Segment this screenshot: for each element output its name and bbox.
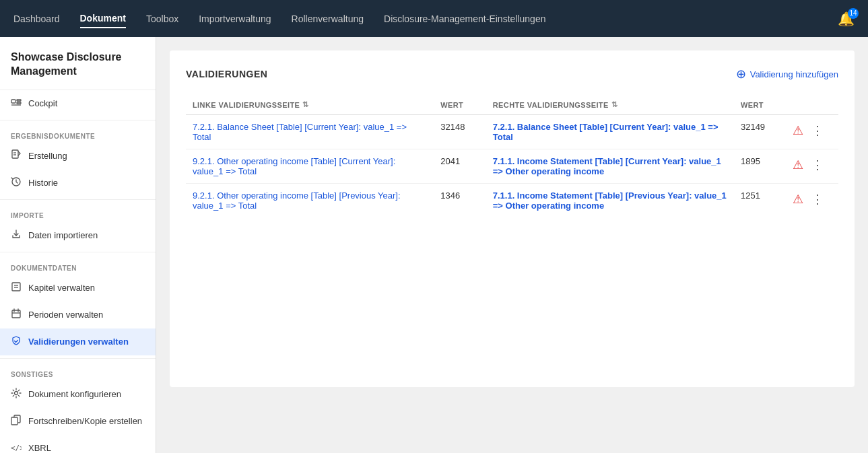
- col-header-wert-right: Wert: [734, 95, 787, 115]
- svg-point-16: [15, 391, 18, 394]
- shield-icon: [11, 335, 22, 349]
- svg-rect-9: [12, 283, 20, 291]
- nav-item-rollenverwaltung[interactable]: Rollenverwaltung: [292, 10, 364, 28]
- sidebar-item-dokument-konfigurieren[interactable]: Dokument konfigurieren: [0, 381, 156, 408]
- left-side-cell: 9.2.1. Other operating income [Table] [C…: [186, 149, 434, 184]
- add-circle-icon: ⊕: [736, 67, 746, 81]
- col-sort-left[interactable]: Linke Validierungsseite ⇅: [193, 100, 309, 109]
- left-side-link[interactable]: 9.2.1. Other operating income [Table] [P…: [193, 190, 401, 211]
- nav-item-dokument[interactable]: Dokument: [80, 9, 126, 28]
- left-side-cell: 9.2.1. Other operating income [Table] [P…: [186, 184, 434, 218]
- gear-icon: [11, 388, 22, 401]
- more-actions-button[interactable]: ⋮: [809, 122, 826, 139]
- section-label-ergebnisdokumente: Ergebnisdokumente: [0, 123, 156, 143]
- add-validierung-button[interactable]: ⊕ Validierung hinzufügen: [736, 67, 838, 81]
- actions-cell: ⚠ ⋮: [786, 184, 838, 218]
- copy-icon: [11, 415, 22, 428]
- sidebar-item-kapitel-verwalten[interactable]: Kapitel verwalten: [0, 275, 156, 302]
- add-btn-label: Validierung hinzufügen: [750, 69, 838, 79]
- sidebar-item-xbrl[interactable]: </> XBRL: [0, 435, 156, 453]
- actions-cell: ⚠ ⋮: [786, 149, 838, 184]
- app-layout: Showcase Disclosure Management Cockpit E…: [0, 37, 868, 453]
- warning-icon: ⚠: [793, 192, 803, 207]
- sidebar-item-cockpit-label: Cockpit: [28, 98, 57, 108]
- right-side-link[interactable]: 7.1.1. Income Statement [Table] [Current…: [493, 156, 721, 176]
- left-side-cell: 7.2.1. Balance Sheet [Table] [Current Ye…: [186, 115, 434, 149]
- nav-item-toolbox[interactable]: Toolbox: [146, 10, 178, 28]
- right-side-link[interactable]: 7.2.1. Balance Sheet [Table] [Current Ye…: [493, 122, 719, 142]
- sidebar-item-cockpit[interactable]: Cockpit: [0, 90, 156, 117]
- sidebar-item-validierungen-verwalten-label: Validierungen verwalten: [28, 337, 129, 347]
- sidebar-item-perioden-verwalten[interactable]: Perioden verwalten: [0, 302, 156, 328]
- table-row: 9.2.1. Other operating income [Table] [C…: [186, 149, 838, 184]
- left-side-link[interactable]: 9.2.1. Other operating income [Table] [C…: [193, 156, 395, 176]
- erstellung-icon: [11, 149, 22, 163]
- sidebar-title: Showcase Disclosure Management: [0, 37, 156, 90]
- import-icon: [11, 229, 22, 242]
- col-header-actions: [786, 95, 838, 115]
- nav-item-dashboard[interactable]: Dashboard: [13, 10, 60, 28]
- sidebar-item-kapitel-verwalten-label: Kapitel verwalten: [28, 283, 95, 293]
- col-header-wert-left: Wert: [434, 95, 486, 115]
- right-side-link[interactable]: 7.1.1. Income Statement [Table] [Previou…: [493, 190, 727, 211]
- sidebar-item-fortschreiben[interactable]: Fortschreiben/Kopie erstellen: [0, 408, 156, 435]
- validierungen-table: Linke Validierungsseite ⇅ Wert Rechte Va…: [186, 95, 838, 217]
- sidebar-item-erstellung[interactable]: Erstellung: [0, 143, 156, 170]
- left-wert-cell: 32148: [434, 115, 486, 149]
- col-header-left: Linke Validierungsseite ⇅: [186, 95, 434, 115]
- more-actions-button[interactable]: ⋮: [809, 156, 826, 174]
- right-side-cell: 7.2.1. Balance Sheet [Table] [Current Ye…: [486, 115, 734, 149]
- sidebar-item-daten-importieren[interactable]: Daten importieren: [0, 222, 156, 249]
- card-title: Validierungen: [186, 69, 267, 79]
- nav-item-importverwaltung[interactable]: Importverwaltung: [199, 10, 271, 28]
- notification-bell-button[interactable]: 🔔 14: [838, 11, 855, 27]
- svg-rect-2: [17, 102, 21, 104]
- validierungen-card: Validierungen ⊕ Validierung hinzufügen L…: [170, 50, 855, 387]
- right-wert-cell: 1251: [734, 184, 787, 218]
- kapitel-icon: [11, 281, 22, 295]
- warning-icon: ⚠: [793, 158, 803, 172]
- card-header: Validierungen ⊕ Validierung hinzufügen: [186, 67, 838, 81]
- table-row: 9.2.1. Other operating income [Table] [P…: [186, 184, 838, 218]
- sidebar-item-fortschreiben-label: Fortschreiben/Kopie erstellen: [28, 416, 142, 426]
- svg-rect-17: [11, 417, 18, 425]
- perioden-icon: [11, 308, 22, 322]
- top-nav: Dashboard Dokument Toolbox Importverwalt…: [0, 0, 868, 37]
- section-label-importe: Importe: [0, 203, 156, 222]
- left-wert-cell: 2041: [434, 149, 486, 184]
- historie-icon: [11, 176, 22, 190]
- right-side-cell: 7.1.1. Income Statement [Table] [Current…: [486, 149, 734, 184]
- sort-icon-right: ⇅: [611, 100, 617, 109]
- sidebar-item-validierungen-verwalten[interactable]: Validierungen verwalten: [0, 328, 156, 355]
- nav-item-disclosure-einstellungen[interactable]: Disclosure-Management-Einstellungen: [384, 10, 545, 28]
- left-wert-cell: 1346: [434, 184, 486, 218]
- section-label-sonstiges: Sonstiges: [0, 361, 156, 381]
- sidebar-item-perioden-verwalten-label: Perioden verwalten: [28, 310, 103, 320]
- section-label-dokumentdaten: Dokumentdaten: [0, 255, 156, 275]
- svg-text:</>: </>: [11, 444, 22, 452]
- more-actions-button[interactable]: ⋮: [809, 190, 826, 208]
- col-header-right: Rechte Validierungsseite ⇅: [486, 95, 734, 115]
- col-sort-right[interactable]: Rechte Validierungsseite ⇅: [493, 100, 617, 109]
- sidebar-item-xbrl-label: XBRL: [28, 443, 51, 453]
- left-side-link[interactable]: 7.2.1. Balance Sheet [Table] [Current Ye…: [193, 122, 407, 142]
- cockpit-icon: [11, 97, 22, 110]
- right-side-cell: 7.1.1. Income Statement [Table] [Previou…: [486, 184, 734, 218]
- xbrl-icon: </>: [11, 442, 22, 453]
- sidebar-item-erstellung-label: Erstellung: [28, 151, 67, 161]
- sidebar-item-daten-importieren-label: Daten importieren: [28, 230, 98, 240]
- notification-badge: 14: [848, 8, 859, 19]
- right-wert-cell: 1895: [734, 149, 787, 184]
- main-content: Validierungen ⊕ Validierung hinzufügen L…: [156, 37, 868, 453]
- table-row: 7.2.1. Balance Sheet [Table] [Current Ye…: [186, 115, 838, 149]
- sidebar: Showcase Disclosure Management Cockpit E…: [0, 37, 156, 453]
- svg-rect-0: [11, 100, 15, 103]
- right-wert-cell: 32149: [734, 115, 787, 149]
- sidebar-item-dokument-konfigurieren-label: Dokument konfigurieren: [28, 389, 121, 399]
- svg-rect-4: [12, 150, 18, 158]
- svg-rect-12: [12, 310, 20, 318]
- warning-icon: ⚠: [793, 123, 803, 138]
- sort-icon-left: ⇅: [302, 100, 308, 109]
- sidebar-item-historie[interactable]: Historie: [0, 170, 156, 197]
- sidebar-item-historie-label: Historie: [28, 178, 58, 188]
